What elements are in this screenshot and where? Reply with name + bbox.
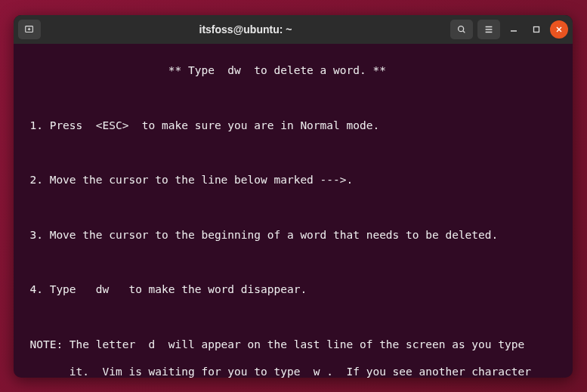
blank-line: [17, 91, 570, 104]
window-title: itsfoss@ubuntu: ~: [45, 23, 446, 35]
minimize-button[interactable]: [505, 20, 523, 39]
vimtutor-step4: 4. Type dw to make the word disappear.: [17, 282, 570, 296]
search-icon: [456, 24, 467, 35]
blank-line: [17, 146, 570, 159]
vimtutor-step1: 1. Press <ESC> to make sure you are in N…: [17, 119, 570, 132]
maximize-icon: [533, 26, 540, 33]
svg-line-4: [463, 31, 465, 33]
vimtutor-header: ** Type dw to delete a word. **: [17, 63, 570, 77]
hamburger-icon: [484, 24, 494, 35]
vimtutor-step3: 3. Move the cursor to the beginning of a…: [17, 228, 570, 242]
blank-line: [17, 255, 570, 269]
new-tab-button[interactable]: [18, 20, 41, 39]
svg-rect-9: [534, 27, 539, 32]
svg-point-3: [459, 26, 464, 32]
titlebar: itsfoss@ubuntu: ~: [14, 15, 573, 44]
minimize-icon: [510, 26, 517, 33]
new-tab-icon: [24, 24, 35, 35]
vimtutor-note-2: it. Vim is waiting for you to type w . I…: [17, 365, 570, 378]
vimtutor-note-1: NOTE: The letter d will appear on the la…: [17, 338, 570, 351]
terminal-content[interactable]: ** Type dw to delete a word. ** 1. Press…: [14, 44, 573, 378]
close-icon: [555, 26, 563, 33]
maximize-button[interactable]: [527, 20, 545, 39]
blank-line: [17, 310, 570, 323]
menu-button[interactable]: [477, 20, 500, 39]
close-button[interactable]: [550, 20, 568, 39]
search-button[interactable]: [450, 20, 473, 39]
vimtutor-step2: 2. Move the cursor to the line below mar…: [17, 173, 570, 187]
terminal-window: itsfoss@ubuntu: ~: [14, 15, 573, 378]
blank-line: [17, 200, 570, 214]
